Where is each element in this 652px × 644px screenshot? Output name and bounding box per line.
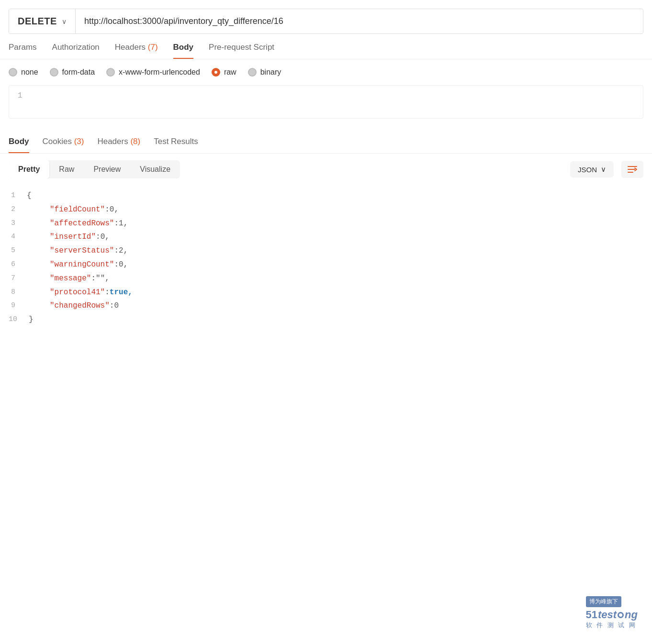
- body-type-formdata[interactable]: form-data: [50, 68, 95, 77]
- json-line: 6"warningCount": 0,: [9, 258, 643, 272]
- json-key: "changedRows": [50, 299, 110, 313]
- json-brace-close: }: [29, 313, 34, 327]
- view-btn-visualize[interactable]: Visualize: [130, 160, 180, 178]
- line-number: 8: [9, 286, 27, 300]
- json-line: 8"protocol41": true,: [9, 286, 643, 300]
- json-value: true,: [110, 286, 133, 300]
- line-number: 1: [18, 91, 22, 100]
- radio-circle: [9, 68, 17, 77]
- radio-label: form-data: [62, 68, 95, 77]
- line-number: 6: [9, 258, 27, 272]
- json-line: 4"insertId": 0,: [9, 230, 643, 244]
- chevron-down-icon: ∨: [601, 165, 606, 174]
- request-body-editor[interactable]: 1: [9, 85, 643, 119]
- json-value: 0,: [110, 203, 119, 217]
- json-key: "affectedRows": [50, 217, 114, 231]
- response-tab-headers[interactable]: Headers (8): [97, 130, 140, 153]
- line-number: 7: [9, 272, 27, 286]
- wrap-button[interactable]: [621, 161, 643, 178]
- view-btn-pretty[interactable]: Pretty: [9, 160, 49, 178]
- json-line: 5"serverStatus": 2,: [9, 244, 643, 258]
- chevron-down-icon: ∨: [62, 18, 67, 25]
- json-value: 2,: [119, 244, 128, 258]
- format-selector[interactable]: JSON ∨: [570, 161, 614, 178]
- json-key: "warningCount": [50, 258, 114, 272]
- radio-label: binary: [260, 68, 281, 77]
- radio-label: x-www-form-urlencoded: [119, 68, 200, 77]
- request-tab-prerequestscript[interactable]: Pre-request Script: [209, 43, 274, 59]
- response-tab-body[interactable]: Body: [9, 130, 29, 153]
- radio-label: none: [21, 68, 38, 77]
- json-key: "protocol41": [50, 286, 105, 300]
- body-type-row: noneform-datax-www-form-urlencodedrawbin…: [0, 59, 652, 85]
- json-value: 0,: [119, 258, 128, 272]
- view-bar: PrettyRawPreviewVisualize JSON ∨: [0, 154, 652, 185]
- json-viewer: 1{2"fieldCount": 0,3"affectedRows": 1,4"…: [0, 185, 652, 335]
- radio-circle: [106, 68, 115, 77]
- json-key: "message": [50, 272, 91, 286]
- radio-label: raw: [224, 68, 236, 77]
- tab-count: (3): [74, 137, 84, 146]
- http-method-label: DELETE: [18, 16, 57, 27]
- json-line: 9"changedRows": 0: [9, 299, 643, 313]
- request-tab-authorization[interactable]: Authorization: [52, 43, 100, 59]
- body-type-binary[interactable]: binary: [248, 68, 281, 77]
- json-key: "insertId": [50, 230, 96, 244]
- line-number: 5: [9, 244, 27, 258]
- request-tabs: ParamsAuthorizationHeaders (7)BodyPre-re…: [0, 34, 652, 59]
- line-number: 10: [9, 313, 29, 327]
- view-btn-preview[interactable]: Preview: [84, 160, 130, 178]
- line-number: 2: [9, 203, 27, 217]
- json-line: 3"affectedRows": 1,: [9, 217, 643, 231]
- request-tab-body[interactable]: Body: [173, 43, 194, 59]
- json-colon: :: [96, 230, 101, 244]
- radio-circle: [212, 68, 220, 77]
- json-colon: :: [114, 217, 119, 231]
- method-selector[interactable]: DELETE ∨: [9, 9, 76, 33]
- response-tabs: BodyCookies (3)Headers (8)Test Results: [0, 130, 652, 154]
- json-value: "",: [96, 272, 110, 286]
- format-label: JSON: [578, 166, 597, 174]
- body-type-xwwwformurlencoded[interactable]: x-www-form-urlencoded: [106, 68, 200, 77]
- line-number: 9: [9, 299, 27, 313]
- response-tab-cookies[interactable]: Cookies (3): [43, 130, 84, 153]
- tab-count: (8): [130, 137, 140, 146]
- json-line: 7"message": "",: [9, 272, 643, 286]
- view-btn-raw[interactable]: Raw: [49, 160, 84, 178]
- json-line: 1{: [9, 189, 643, 203]
- json-colon: :: [91, 272, 96, 286]
- line-number: 1: [9, 189, 27, 203]
- json-key: "serverStatus": [50, 244, 114, 258]
- line-number: 4: [9, 230, 27, 244]
- json-line: 10}: [9, 313, 643, 327]
- line-number: 3: [9, 217, 27, 231]
- request-tab-headers[interactable]: Headers (7): [115, 43, 158, 59]
- json-value: 0: [114, 299, 119, 313]
- json-colon: :: [110, 299, 114, 313]
- json-colon: :: [105, 203, 110, 217]
- request-tab-params[interactable]: Params: [9, 43, 37, 59]
- json-colon: :: [105, 286, 110, 300]
- json-line: 2"fieldCount": 0,: [9, 203, 643, 217]
- tab-count: (7): [148, 43, 158, 52]
- body-type-raw[interactable]: raw: [212, 68, 236, 77]
- json-brace-open: {: [27, 189, 32, 203]
- url-bar: DELETE ∨: [9, 9, 643, 34]
- body-type-none[interactable]: none: [9, 68, 38, 77]
- json-key: "fieldCount": [50, 203, 105, 217]
- url-input[interactable]: [76, 10, 643, 33]
- json-colon: :: [114, 258, 119, 272]
- json-value: 0,: [101, 230, 110, 244]
- response-tab-testresults[interactable]: Test Results: [154, 130, 198, 153]
- json-value: 1,: [119, 217, 128, 231]
- json-colon: :: [114, 244, 119, 258]
- radio-circle: [50, 68, 58, 77]
- radio-circle: [248, 68, 257, 77]
- view-buttons-group: PrettyRawPreviewVisualize: [9, 160, 180, 178]
- response-section: BodyCookies (3)Headers (8)Test Results P…: [0, 130, 652, 335]
